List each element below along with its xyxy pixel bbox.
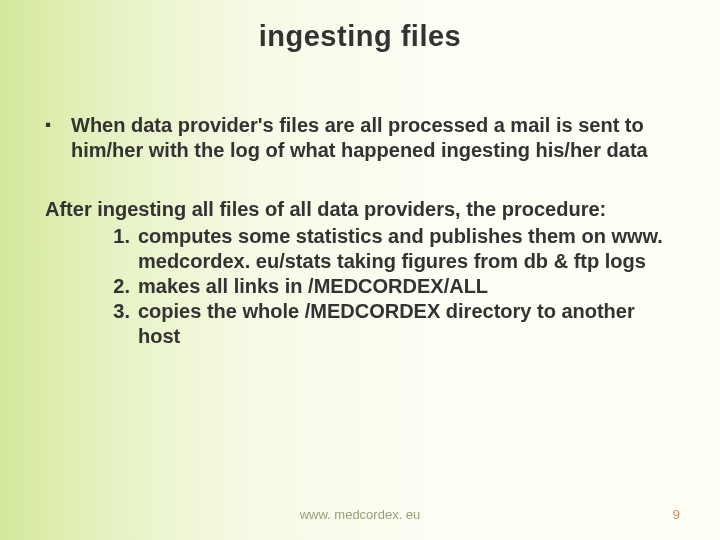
bullet-text: When data provider's files are all proce… bbox=[71, 113, 675, 163]
slide: ingesting files ▪︎ When data provider's … bbox=[0, 0, 720, 540]
list-item: 3. copies the whole /MEDCORDEX directory… bbox=[100, 299, 675, 349]
list-number: 1. bbox=[100, 224, 138, 274]
slide-title: ingesting files bbox=[0, 0, 720, 53]
list-item: 1. computes some statistics and publishe… bbox=[100, 224, 675, 274]
procedure-intro: After ingesting all files of all data pr… bbox=[45, 197, 675, 222]
list-number: 2. bbox=[100, 274, 138, 299]
list-text: computes some statistics and publishes t… bbox=[138, 224, 675, 274]
list-number: 3. bbox=[100, 299, 138, 349]
list-text: makes all links in /MEDCORDEX/ALL bbox=[138, 274, 675, 299]
page-number: 9 bbox=[673, 507, 680, 522]
list-item: 2. makes all links in /MEDCORDEX/ALL bbox=[100, 274, 675, 299]
footer-url: www. medcordex. eu bbox=[0, 507, 720, 522]
slide-content: ▪︎ When data provider's files are all pr… bbox=[0, 53, 720, 349]
square-bullet-icon: ▪︎ bbox=[45, 113, 71, 163]
bullet-item: ▪︎ When data provider's files are all pr… bbox=[45, 113, 675, 163]
list-text: copies the whole /MEDCORDEX directory to… bbox=[138, 299, 675, 349]
